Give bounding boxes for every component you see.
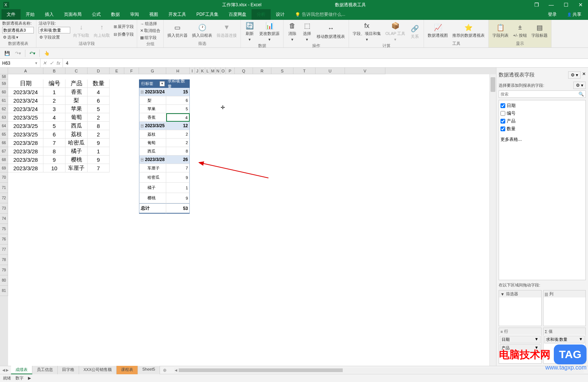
options-button[interactable]: ⚙选项 ▾ — [2, 34, 34, 40]
col-header-J[interactable]: J — [195, 68, 200, 74]
cell-B61[interactable]: 2 — [43, 96, 65, 105]
col-header-B[interactable]: B — [43, 68, 65, 74]
row-header-59[interactable]: 59 — [0, 79, 8, 88]
area-field-row[interactable]: 日期▼ — [500, 336, 541, 343]
col-header-N[interactable]: N — [215, 68, 221, 74]
cell-C61[interactable]: 梨 — [65, 96, 88, 105]
filter-connections-button[interactable]: ▼筛选器连接 — [215, 21, 238, 40]
cell-G60[interactable]: −2023/3/24 — [139, 88, 166, 96]
col-header-O[interactable]: O — [221, 68, 226, 74]
cell-A65[interactable]: 2023/3/25 — [8, 130, 43, 139]
cell-A62[interactable]: 2023/3/24 — [8, 105, 43, 113]
row-header-80[interactable]: 80 — [0, 275, 8, 286]
field-checkbox-数量[interactable] — [500, 126, 505, 131]
col-header-G[interactable]: G — [139, 68, 166, 74]
cell-B63[interactable]: 4 — [43, 113, 65, 122]
ungroup-button[interactable]: ✕ 取消组合 — [139, 28, 161, 34]
cancel-icon[interactable]: ✕ — [43, 60, 47, 66]
field-item[interactable]: 产品 — [500, 117, 584, 125]
cell-D62[interactable]: 5 — [88, 105, 110, 113]
cell-H60[interactable]: 15 — [166, 88, 190, 96]
add-sheet-button[interactable]: ⊕ — [160, 368, 170, 373]
row-header-81[interactable]: 81 — [0, 286, 8, 296]
cell-D66[interactable]: 9 — [88, 139, 110, 147]
area-field-row[interactable]: 产品▼ — [500, 344, 541, 352]
tab-home[interactable]: 开始 — [21, 9, 40, 20]
cell-C63[interactable]: 葡萄 — [65, 113, 88, 122]
layout-icon[interactable]: ⚙ ▾ — [573, 82, 586, 89]
cell-C60[interactable]: 香蕉 — [65, 88, 88, 96]
collapse-field-button[interactable]: ⊟折叠字段 — [113, 31, 135, 38]
tab-design[interactable]: 设计 — [271, 9, 290, 20]
field-checkbox-产品[interactable] — [500, 119, 505, 124]
close-icon[interactable]: ✕ — [573, 0, 588, 10]
col-header-E[interactable]: E — [110, 68, 124, 74]
cell-G72[interactable]: 樱桃 — [139, 193, 166, 203]
area-field-value[interactable]: 求和项:数量▼ — [544, 336, 585, 343]
worksheet-grid[interactable]: ABCDEFGHIJKLMNOPQRSTUV 58596061626364656… — [0, 68, 496, 366]
row-header-73[interactable]: 73 — [0, 203, 8, 214]
tab-pdf[interactable]: PDF工具集 — [191, 9, 224, 20]
move-pt-button[interactable]: ↔移动数据透视表 — [315, 21, 346, 43]
cell-B68[interactable]: 9 — [43, 156, 65, 164]
cell-C65[interactable]: 荔枝 — [65, 130, 88, 139]
cell-B64[interactable]: 5 — [43, 122, 65, 130]
drillup-button[interactable]: ↑向上钻取 — [92, 21, 111, 40]
field-checkbox-编号[interactable] — [500, 111, 505, 116]
cell-A67[interactable]: 2023/3/28 — [8, 147, 43, 156]
cell-H72[interactable]: 9 — [166, 193, 190, 203]
olap-button[interactable]: 📦OLAP 工具 ▾ — [384, 21, 407, 43]
active-field-input[interactable] — [39, 27, 70, 33]
row-header-71[interactable]: 71 — [0, 183, 8, 193]
cell-B65[interactable]: 6 — [43, 130, 65, 139]
col-header-K[interactable]: K — [200, 68, 205, 74]
field-item[interactable]: 日期 — [500, 102, 584, 110]
row-header-75[interactable]: 75 — [0, 224, 8, 234]
tab-file[interactable]: 文件 — [1, 9, 21, 20]
cell-H64[interactable]: 12 — [166, 122, 190, 130]
minimize-icon[interactable]: — — [544, 0, 559, 10]
col-header-S[interactable]: S — [271, 68, 293, 74]
tab-insert[interactable]: 插入 — [40, 9, 59, 20]
field-list[interactable]: 日期 编号 产品 数量更多表格... — [499, 100, 586, 280]
tab-analyze[interactable]: 分析 — [252, 9, 271, 20]
cell-D65[interactable]: 2 — [88, 130, 110, 139]
cell-A69[interactable]: 2023/3/28 — [8, 164, 43, 172]
group-field-button[interactable]: ▦ 组字段 — [139, 35, 161, 41]
row-header-67[interactable]: 67 — [0, 147, 8, 156]
row-header-79[interactable]: 79 — [0, 265, 8, 275]
field-settings-button[interactable]: ⚙字段设置 — [39, 34, 70, 40]
row-header-70[interactable]: 70 — [0, 172, 8, 183]
select-button[interactable]: ⬚选择 ▾ — [300, 21, 314, 43]
col-header-C[interactable]: C — [65, 68, 88, 74]
close-icon[interactable]: ✕ — [582, 71, 586, 79]
horizontal-scrollbar[interactable]: ◀ — [174, 368, 584, 373]
cell-H62[interactable]: 5 — [166, 105, 190, 113]
tab-formulas[interactable]: 公式 — [87, 9, 106, 20]
login-button[interactable]: 登录 — [544, 9, 560, 20]
field-search-input[interactable] — [500, 92, 578, 97]
cell-A66[interactable]: 2023/3/28 — [8, 139, 43, 147]
tab-review[interactable]: 审阅 — [125, 9, 144, 20]
cell-G69[interactable]: 车厘子 — [139, 164, 166, 172]
cell-A63[interactable]: 2023/3/25 — [8, 113, 43, 122]
area-rows[interactable]: ≡行 日期▼产品▼ — [499, 328, 542, 364]
col-header-R[interactable]: R — [253, 68, 271, 74]
cell-A64[interactable]: 2023/3/25 — [8, 122, 43, 130]
fields-items-button[interactable]: fx字段、项目和集 ▾ — [351, 21, 382, 43]
row-header-63[interactable]: 63 — [0, 113, 8, 122]
cell-B69[interactable]: 10 — [43, 164, 65, 172]
row-header-61[interactable]: 61 — [0, 96, 8, 105]
pm-buttons-button[interactable]: ±+/- 按钮 — [512, 21, 528, 40]
cell-B66[interactable]: 7 — [43, 139, 65, 147]
row-header-58[interactable]: 58 — [0, 74, 8, 79]
cell-H73[interactable]: 53 — [166, 203, 190, 214]
cell-B62[interactable]: 3 — [43, 105, 65, 113]
row-header-78[interactable]: 78 — [0, 255, 8, 265]
cell-G70[interactable]: 哈密瓜 — [139, 172, 166, 183]
col-header-L[interactable]: L — [205, 68, 210, 74]
row-header-64[interactable]: 64 — [0, 122, 8, 130]
cell-C64[interactable]: 西瓜 — [65, 122, 88, 130]
cell-H69[interactable]: 7 — [166, 164, 190, 172]
area-values[interactable]: Σ值 求和项:数量▼ — [543, 328, 586, 364]
